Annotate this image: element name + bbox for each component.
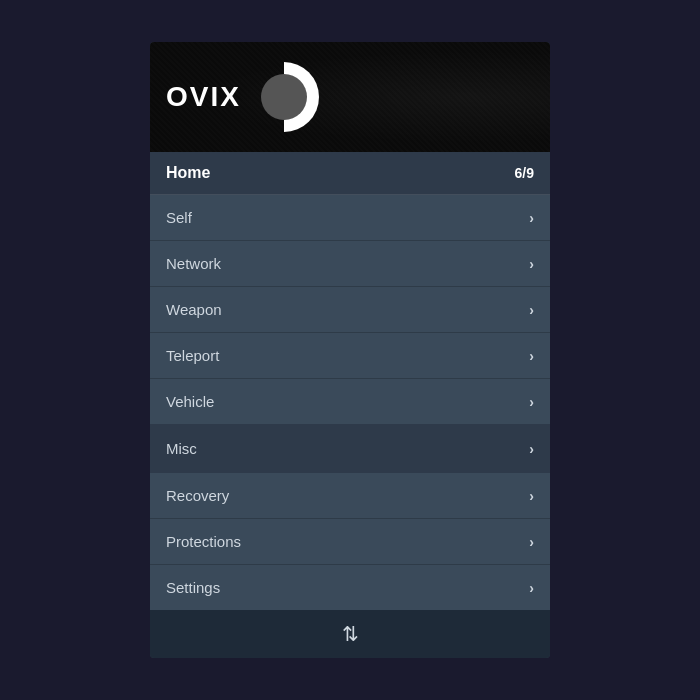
home-bar: Home 6/9 — [150, 152, 550, 195]
menu-item-settings[interactable]: Settings › — [150, 565, 550, 610]
menu-item-misc[interactable]: Misc › — [150, 426, 550, 471]
logo-circle-outer — [249, 62, 319, 132]
menu-section-1: Self › Network › Weapon › Teleport › Veh… — [150, 195, 550, 424]
home-counter: 6/9 — [515, 165, 534, 181]
menu-item-recovery-label: Recovery — [166, 487, 229, 504]
menu-item-vehicle[interactable]: Vehicle › — [150, 379, 550, 424]
chevron-icon-protections: › — [529, 534, 534, 550]
menu-section-2: Recovery › Protections › Settings › — [150, 473, 550, 610]
chevron-icon-self: › — [529, 210, 534, 226]
menu-item-network-label: Network — [166, 255, 221, 272]
chevron-icon-vehicle: › — [529, 394, 534, 410]
menu-item-network[interactable]: Network › — [150, 241, 550, 287]
menu-item-protections[interactable]: Protections › — [150, 519, 550, 565]
chevron-icon-weapon: › — [529, 302, 534, 318]
scroll-icon[interactable]: ⇅ — [342, 622, 359, 646]
menu-item-vehicle-label: Vehicle — [166, 393, 214, 410]
menu-item-misc-label: Misc — [166, 440, 197, 457]
menu-item-self[interactable]: Self › — [150, 195, 550, 241]
logo-text: OVIX — [166, 81, 241, 113]
menu-item-recovery[interactable]: Recovery › — [150, 473, 550, 519]
menu-item-self-label: Self — [166, 209, 192, 226]
chevron-icon-misc: › — [529, 441, 534, 457]
chevron-icon-recovery: › — [529, 488, 534, 504]
menu-item-protections-label: Protections — [166, 533, 241, 550]
menu-item-settings-label: Settings — [166, 579, 220, 596]
header: OVIX — [150, 42, 550, 152]
chevron-icon-teleport: › — [529, 348, 534, 364]
chevron-icon-settings: › — [529, 580, 534, 596]
main-panel: OVIX Home 6/9 Self › Network › Weapon › … — [150, 42, 550, 658]
home-label: Home — [166, 164, 210, 182]
footer: ⇅ — [150, 610, 550, 658]
menu-item-teleport[interactable]: Teleport › — [150, 333, 550, 379]
logo-area: OVIX — [166, 62, 319, 132]
chevron-icon-network: › — [529, 256, 534, 272]
menu-item-teleport-label: Teleport — [166, 347, 219, 364]
logo-circle — [249, 62, 319, 132]
logo-circle-inner — [261, 74, 307, 120]
menu-item-weapon[interactable]: Weapon › — [150, 287, 550, 333]
menu-item-weapon-label: Weapon — [166, 301, 222, 318]
